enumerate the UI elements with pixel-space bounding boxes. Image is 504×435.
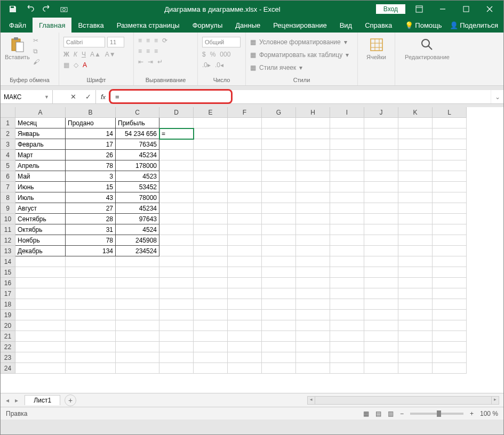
cell[interactable] <box>296 224 330 235</box>
cell[interactable] <box>194 192 228 203</box>
cell[interactable] <box>398 256 433 267</box>
cell[interactable] <box>296 288 330 299</box>
row-header[interactable]: 18 <box>1 299 15 310</box>
column-header[interactable]: K <box>398 107 433 118</box>
cell[interactable] <box>433 150 467 160</box>
cell[interactable] <box>296 235 330 246</box>
cell[interactable] <box>228 331 262 342</box>
cell[interactable]: Апрель <box>15 160 66 171</box>
cell[interactable] <box>364 278 398 288</box>
cell[interactable] <box>433 224 467 235</box>
zoom-slider[interactable] <box>410 413 463 415</box>
decimal-increase-icon[interactable]: .0▸ <box>202 61 211 69</box>
cell[interactable] <box>159 118 194 128</box>
cell[interactable]: Май <box>15 171 66 182</box>
cell[interactable] <box>194 182 228 192</box>
cell[interactable] <box>194 214 228 224</box>
cell[interactable] <box>194 331 228 342</box>
cell[interactable] <box>296 267 330 278</box>
cell[interactable] <box>296 171 330 182</box>
cell[interactable] <box>330 342 364 352</box>
cell[interactable] <box>364 128 398 139</box>
align-left-icon[interactable]: ≡ <box>138 47 142 55</box>
cell[interactable] <box>433 160 467 171</box>
cell[interactable] <box>364 331 398 342</box>
column-header[interactable]: H <box>296 107 330 118</box>
cell[interactable] <box>433 128 467 139</box>
cell[interactable] <box>296 331 330 342</box>
row-header[interactable]: 22 <box>1 342 15 352</box>
cell[interactable] <box>15 363 66 374</box>
cell[interactable] <box>159 288 194 299</box>
row-header[interactable]: 10 <box>1 214 15 224</box>
cell[interactable] <box>228 267 262 278</box>
cell[interactable] <box>194 128 228 139</box>
cell[interactable] <box>330 352 364 363</box>
cell[interactable] <box>228 128 262 139</box>
sheet-nav-icon[interactable]: ◂ ▸ <box>6 397 20 404</box>
cell[interactable] <box>330 139 364 150</box>
cell[interactable] <box>194 352 228 363</box>
align-bottom-icon[interactable]: ≡ <box>154 37 158 44</box>
cell[interactable] <box>296 139 330 150</box>
cell[interactable]: 78000 <box>116 192 159 203</box>
cell[interactable] <box>398 278 433 288</box>
cell[interactable]: Июль <box>15 192 66 203</box>
cell[interactable] <box>330 299 364 310</box>
cell[interactable] <box>262 363 296 374</box>
cell[interactable]: 45234 <box>116 203 159 214</box>
cell[interactable] <box>433 118 467 128</box>
cell[interactable] <box>433 352 467 363</box>
cell[interactable] <box>262 331 296 342</box>
cell[interactable] <box>398 246 433 256</box>
cell[interactable] <box>228 224 262 235</box>
row-header[interactable]: 14 <box>1 256 15 267</box>
cell[interactable] <box>296 342 330 352</box>
tab-layout[interactable]: Разметка страницы <box>110 18 186 33</box>
cell[interactable] <box>15 342 66 352</box>
row-header[interactable]: 2 <box>1 128 15 139</box>
cell[interactable] <box>15 331 66 342</box>
orientation-icon[interactable]: ⟳ <box>162 37 167 44</box>
cell[interactable] <box>116 352 159 363</box>
cell[interactable] <box>228 203 262 214</box>
cell[interactable]: 178000 <box>116 160 159 171</box>
ribbon-options-icon[interactable] <box>410 1 429 18</box>
row-header[interactable]: 21 <box>1 331 15 342</box>
row-header[interactable]: 5 <box>1 160 15 171</box>
cell[interactable] <box>228 256 262 267</box>
tab-help[interactable]: Справка <box>358 18 398 33</box>
cell[interactable] <box>364 171 398 182</box>
row-header[interactable]: 17 <box>1 288 15 299</box>
cell[interactable] <box>116 288 159 299</box>
cell[interactable]: Февраль <box>15 139 66 150</box>
align-middle-icon[interactable]: ≡ <box>146 37 150 44</box>
row-header[interactable]: 7 <box>1 182 15 192</box>
align-right-icon[interactable]: ≡ <box>154 47 158 55</box>
cell[interactable] <box>398 203 433 214</box>
cell[interactable] <box>433 214 467 224</box>
row-header[interactable]: 20 <box>1 320 15 331</box>
cell[interactable] <box>330 182 364 192</box>
cell[interactable] <box>296 299 330 310</box>
cell[interactable] <box>194 288 228 299</box>
cell[interactable] <box>159 224 194 235</box>
cell[interactable] <box>15 320 66 331</box>
cell[interactable] <box>433 320 467 331</box>
cell[interactable] <box>228 278 262 288</box>
cell[interactable] <box>398 118 433 128</box>
cell[interactable] <box>398 192 433 203</box>
cell[interactable]: 17 <box>66 139 116 150</box>
tab-data[interactable]: Данные <box>229 18 267 33</box>
cell[interactable] <box>262 352 296 363</box>
cell[interactable] <box>330 256 364 267</box>
cell[interactable]: 4523 <box>116 171 159 182</box>
cell[interactable] <box>330 214 364 224</box>
cell[interactable] <box>296 203 330 214</box>
view-page-layout-icon[interactable]: ▤ <box>375 410 381 417</box>
cell[interactable] <box>116 320 159 331</box>
zoom-out-button[interactable]: − <box>400 410 404 417</box>
cell[interactable] <box>330 363 364 374</box>
cell[interactable] <box>364 256 398 267</box>
cell[interactable]: 54 234 656 <box>116 128 159 139</box>
